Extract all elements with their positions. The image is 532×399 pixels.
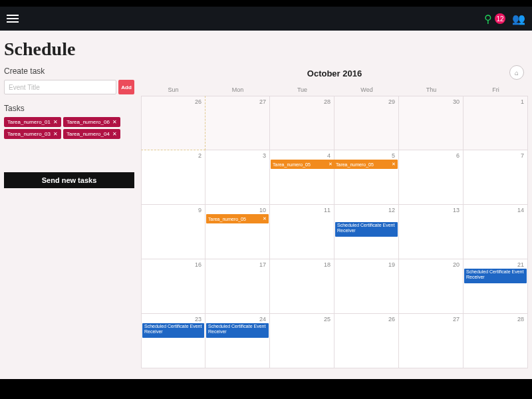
calendar-cell[interactable]: 6 [399, 150, 464, 205]
close-icon[interactable]: ✕ [329, 162, 332, 167]
day-number: 25 [324, 316, 331, 323]
calendar-cell[interactable]: 30 [399, 96, 464, 150]
calendar-cell[interactable]: 20 [399, 259, 464, 314]
task-tag[interactable]: Tarea_numero_04✕ [63, 129, 120, 139]
task-pool: Tarea_numero_01✕Tarea_numero_06✕Tarea_nu… [4, 117, 134, 139]
event-title-input[interactable] [4, 80, 116, 94]
day-number: 16 [195, 261, 201, 268]
home-icon: ⌂ [515, 69, 519, 76]
calendar-cell[interactable]: 4Tarea_numero_05✕ [270, 150, 334, 205]
day-number: 27 [259, 98, 266, 105]
close-icon[interactable]: ✕ [53, 131, 58, 137]
calendar-cell[interactable]: 29 [334, 96, 399, 150]
day-number: 3 [263, 152, 266, 159]
day-header: Sun [141, 84, 205, 96]
day-number: 20 [453, 261, 460, 268]
calendar-cell[interactable]: 13 [399, 205, 464, 259]
pin-icon[interactable]: ⚲ [484, 13, 492, 25]
calendar-cell[interactable]: 9 [141, 205, 205, 259]
calendar-event[interactable]: Scheduled Certificate Event Receiver [464, 269, 527, 283]
day-number: 26 [195, 98, 201, 105]
day-number: 1 [521, 98, 524, 105]
day-number: 19 [388, 261, 395, 268]
calendar-cell[interactable]: 25 [270, 314, 334, 368]
day-number: 7 [521, 152, 524, 159]
calendar-cell[interactable]: 1 [464, 96, 528, 150]
day-number: 27 [453, 316, 460, 323]
calendar-cell[interactable]: 7 [464, 150, 528, 205]
calendar-cell[interactable]: 18 [270, 259, 334, 314]
day-number: 2 [198, 152, 201, 159]
tasks-label: Tasks [4, 104, 134, 113]
calendar-cell[interactable]: 10Tarea_numero_05✕ [205, 205, 270, 259]
day-header: Mon [205, 84, 270, 96]
calendar-cell[interactable]: 2 [141, 150, 205, 205]
close-icon[interactable]: ✕ [112, 131, 117, 137]
close-icon[interactable]: ✕ [112, 119, 117, 125]
day-number: 30 [453, 98, 460, 105]
user-icon[interactable]: 👥 [512, 13, 525, 25]
calendar-event[interactable]: Scheduled Certificate Event Receiver [335, 222, 398, 237]
sidebar: Create task Add Tasks Tarea_numero_01✕Ta… [0, 31, 138, 379]
add-task-button[interactable]: Add [118, 80, 134, 94]
close-icon[interactable]: ✕ [263, 216, 267, 221]
day-number: 6 [456, 152, 460, 159]
day-number: 9 [198, 207, 201, 213]
day-number: 11 [324, 207, 331, 213]
calendar-event[interactable]: Scheduled Certificate Event Receiver [206, 323, 269, 338]
day-number: 28 [324, 98, 331, 105]
calendar-event[interactable]: Scheduled Certificate Event Receiver [142, 323, 204, 338]
calendar-cell[interactable]: 19 [334, 259, 399, 314]
task-tag[interactable]: Tarea_numero_01✕ [4, 117, 61, 127]
task-tag[interactable]: Tarea_numero_06✕ [63, 117, 120, 127]
day-header: Fri [464, 84, 528, 96]
calendar-cell[interactable]: 26 [334, 314, 399, 368]
calendar-cell[interactable]: 27 [205, 96, 270, 150]
calendar-event[interactable]: Tarea_numero_05✕ [271, 160, 334, 169]
close-icon[interactable]: ✕ [53, 119, 58, 125]
calendar-cell[interactable]: 23Scheduled Certificate Event Receiver [141, 314, 205, 368]
close-icon[interactable]: ✕ [392, 162, 396, 167]
calendar-panel: October 2016 ⌂ SunMonTueWedThuFri 262728… [138, 31, 532, 379]
day-number: 4 [327, 152, 331, 159]
day-number: 29 [388, 98, 395, 105]
page-title: Schedule [4, 39, 75, 60]
day-number: 13 [453, 207, 460, 213]
day-header: Thu [399, 84, 464, 96]
notification-badge[interactable]: 12 [495, 13, 505, 24]
send-tasks-button[interactable]: Send new tasks [4, 172, 134, 188]
calendar-cell[interactable]: 11 [270, 205, 334, 259]
day-number: 14 [517, 207, 524, 213]
task-tag[interactable]: Tarea_numero_03✕ [4, 129, 61, 139]
day-number: 12 [388, 207, 395, 213]
day-number: 18 [324, 261, 331, 268]
calendar-home-button[interactable]: ⌂ [509, 65, 524, 80]
calendar-cell[interactable]: 3 [205, 150, 270, 205]
day-number: 28 [517, 316, 524, 323]
calendar-cell[interactable]: 26 [141, 96, 205, 150]
calendar-event[interactable]: Tarea_numero_05✕ [334, 160, 398, 169]
day-number: 10 [259, 207, 266, 213]
calendar-cell[interactable]: 28 [270, 96, 334, 150]
day-number: 21 [517, 261, 524, 268]
day-number: 23 [195, 316, 201, 323]
calendar-cell[interactable]: 28 [464, 314, 528, 368]
calendar-cell[interactable]: 17 [205, 259, 270, 314]
topbar: ⚲ 12 👥 [0, 7, 532, 31]
day-header: Wed [334, 84, 399, 96]
calendar-cell[interactable]: 27 [399, 314, 464, 368]
calendar-cell[interactable]: 24Scheduled Certificate Event Receiver [205, 314, 270, 368]
day-number: 24 [259, 316, 266, 323]
day-number: 5 [392, 152, 395, 159]
calendar-event[interactable]: Tarea_numero_05✕ [206, 214, 269, 223]
day-header: Tue [270, 84, 334, 96]
create-task-label: Create task [4, 66, 134, 76]
calendar-title: October 2016 [307, 68, 362, 78]
day-number: 26 [388, 316, 395, 323]
calendar-cell[interactable]: 16 [141, 259, 205, 314]
calendar-cell[interactable]: 12Scheduled Certificate Event Receiver [334, 205, 399, 259]
calendar-cell[interactable]: 21Scheduled Certificate Event Receiver [464, 259, 528, 314]
calendar-cell[interactable]: 5Tarea_numero_05✕ [334, 150, 399, 205]
calendar-cell[interactable]: 14 [464, 205, 528, 259]
menu-hamburger-icon[interactable] [7, 15, 19, 23]
